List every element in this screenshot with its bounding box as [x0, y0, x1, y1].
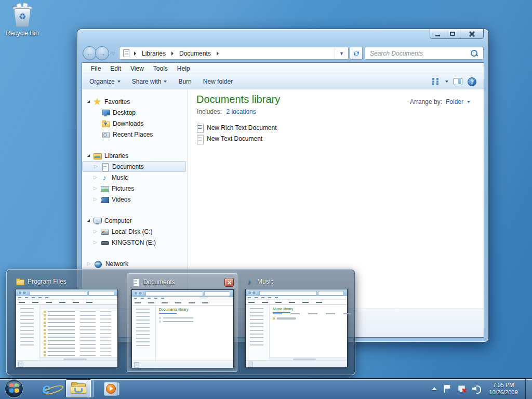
breadcrumb-documents[interactable]: Documents — [178, 50, 212, 57]
clock-time: 7:05 PM — [486, 381, 521, 389]
nav-item-videos[interactable]: ▷ Videos — [82, 194, 187, 205]
window-caption-buttons — [430, 29, 484, 39]
burn-button[interactable]: Burn — [174, 76, 195, 87]
show-desktop-button[interactable] — [525, 378, 532, 399]
show-hidden-icons-button[interactable] — [432, 387, 437, 390]
nav-item-downloads[interactable]: Downloads — [82, 118, 187, 129]
nav-section-libraries[interactable]: Libraries — [82, 150, 187, 161]
thumbnail-documents[interactable]: Documents Documents library — [127, 273, 237, 372]
volume-icon[interactable] — [472, 385, 481, 392]
close-button[interactable] — [460, 29, 483, 38]
nav-item-pictures[interactable]: ▷ Pictures — [82, 183, 187, 194]
thumbnail-label: ♪ Music — [245, 276, 348, 287]
thumbnail-preview[interactable]: Music library — [245, 289, 348, 367]
preview-pane-button[interactable] — [454, 78, 462, 85]
desktop-icon — [101, 109, 110, 117]
menu-tools[interactable]: Tools — [149, 64, 172, 73]
recent-pages-chevron-icon[interactable]: ▽ — [112, 51, 115, 56]
arrange-by-control[interactable]: Arrange by: Folder — [410, 98, 470, 105]
music-note-icon: ♪ — [245, 277, 254, 286]
expander-closed-icon[interactable]: ▷ — [94, 164, 98, 169]
nav-section-favorites[interactable]: Favorites — [82, 96, 187, 107]
expander-closed-icon[interactable]: ▷ — [94, 175, 97, 180]
recycle-bin-icon: ♻ — [12, 4, 33, 28]
nav-item-local-disk-c[interactable]: ▷ Local Disk (C:) — [82, 226, 187, 237]
recycle-bin-desktop-icon[interactable]: ♻ Recycle Bin — [3, 4, 42, 37]
expander-open-icon[interactable] — [87, 219, 90, 222]
expander-open-icon[interactable] — [87, 154, 90, 157]
maximize-button[interactable] — [445, 29, 460, 38]
mini-library-heading: Music library — [273, 307, 293, 311]
network-status-icon[interactable] — [458, 385, 466, 393]
nav-section-network[interactable]: ▷ Network — [82, 258, 187, 269]
organize-button[interactable]: Organize — [85, 76, 125, 87]
burn-label: Burn — [178, 78, 191, 85]
nav-section-computer[interactable]: Computer — [82, 215, 187, 226]
file-row-text-document[interactable]: New Text Document — [196, 133, 277, 144]
folder-icon — [16, 277, 24, 286]
locations-link[interactable]: 2 locations — [226, 108, 256, 115]
folder-icon — [71, 382, 86, 395]
forward-button[interactable]: → — [95, 46, 109, 60]
file-row-rich-text-document[interactable]: New Rich Text Document — [196, 122, 277, 133]
address-bar[interactable]: Libraries Documents ▼ — [119, 47, 349, 60]
nav-item-desktop[interactable]: Desktop — [82, 107, 187, 118]
refresh-button[interactable] — [350, 47, 363, 60]
nav-label: Favorites — [104, 98, 130, 105]
thumbnail-music[interactable]: ♪ Music Music library — [241, 273, 352, 372]
views-chevron-icon[interactable] — [445, 81, 448, 83]
start-button[interactable] — [4, 379, 24, 398]
expander-closed-icon[interactable]: ▷ — [94, 229, 97, 234]
thumbnail-preview[interactable]: Documents library — [131, 289, 234, 367]
text-document-icon — [196, 135, 204, 143]
address-dropdown-icon[interactable]: ▼ — [335, 47, 348, 59]
help-button[interactable]: ? — [468, 77, 476, 86]
breadcrumb-libraries[interactable]: Libraries — [141, 50, 167, 57]
nav-label: Pictures — [112, 185, 134, 192]
nav-label: Local Disk (C:) — [112, 228, 153, 235]
expander-closed-icon[interactable]: ▷ — [94, 240, 97, 245]
menu-help[interactable]: Help — [172, 64, 195, 73]
minimize-button[interactable] — [430, 29, 445, 38]
back-button[interactable]: ← — [83, 46, 97, 60]
thumbnail-title: Program Files — [28, 278, 66, 285]
menu-view[interactable]: View — [126, 64, 149, 73]
internet-explorer-button[interactable]: e — [34, 379, 58, 398]
command-bar: Organize Share with Burn New folder — [82, 74, 484, 89]
thumbnail-preview[interactable] — [16, 289, 118, 367]
search-input[interactable]: Search Documents — [365, 47, 484, 60]
menu-file[interactable]: File — [86, 64, 105, 73]
local-disk-icon — [100, 228, 109, 236]
nav-item-music[interactable]: ▷ ♪ Music — [82, 172, 187, 183]
windows-logo-icon — [4, 379, 24, 398]
share-with-label: Share with — [132, 78, 162, 85]
nav-label: Documents — [112, 163, 144, 170]
chevron-down-icon — [164, 81, 167, 83]
organize-label: Organize — [89, 78, 115, 85]
clock[interactable]: 7:05 PM 10/26/2009 — [486, 381, 521, 396]
nav-item-documents[interactable]: ▷ Documents — [82, 161, 186, 172]
share-with-button[interactable]: Share with — [128, 76, 171, 87]
search-icon[interactable] — [471, 50, 478, 57]
disconnected-x-icon — [462, 388, 467, 393]
windows-explorer-button[interactable] — [65, 379, 91, 398]
new-folder-button[interactable]: New folder — [199, 76, 237, 87]
network-icon — [94, 260, 102, 268]
file-name: New Rich Text Document — [207, 124, 277, 131]
expander-open-icon[interactable] — [87, 100, 90, 103]
nav-item-kingston-e[interactable]: ▷ KINGSTON (E:) — [82, 237, 187, 248]
media-player-button[interactable] — [99, 379, 123, 398]
thumbnail-close-button[interactable] — [224, 278, 234, 287]
thumbnail-program-files[interactable]: Program Files — [11, 273, 122, 372]
arrange-by-value[interactable]: Folder — [446, 98, 463, 105]
change-view-button[interactable] — [432, 78, 440, 85]
action-center-flag-icon[interactable] — [444, 385, 451, 393]
expander-closed-icon[interactable]: ▷ — [94, 197, 97, 202]
expander-closed-icon[interactable]: ▷ — [94, 186, 97, 191]
nav-label: Libraries — [104, 152, 128, 159]
expander-closed-icon[interactable]: ▷ — [87, 261, 91, 266]
videos-icon — [100, 195, 109, 204]
menu-edit[interactable]: Edit — [105, 64, 126, 73]
nav-item-recent-places[interactable]: Recent Places — [82, 129, 187, 140]
media-player-icon — [104, 382, 118, 396]
